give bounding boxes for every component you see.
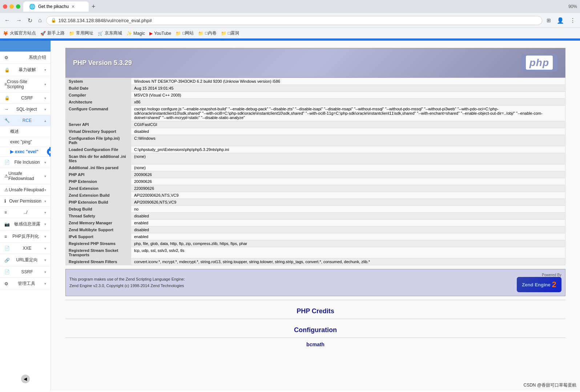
zend-text: Zend: [522, 282, 533, 287]
table-cell-value: (none): [131, 153, 565, 164]
bookmark-hidden[interactable]: 📁 □露洞: [221, 30, 239, 36]
table-row: Thread Safetydisabled: [66, 213, 565, 220]
table-cell-key: PHP API: [66, 171, 131, 178]
forward-btn[interactable]: →: [15, 16, 23, 25]
unsafe-download-icon: ⚠: [4, 173, 8, 179]
table-row: Server APICGI/FastCGI: [66, 121, 565, 128]
php-serial-chevron: ▾: [44, 234, 46, 238]
sidebar-item-unsafe-download[interactable]: ⚠ Unsafe Filedownload ▾: [0, 168, 51, 184]
sidebar-collapse-btn[interactable]: ◀: [21, 375, 30, 383]
table-row: Loaded Configuration FileC:\phpstudy_pro…: [66, 146, 565, 153]
table-cell-key: Registered Stream Socket Transports: [66, 247, 131, 258]
huli-label: 火狐官方站点: [10, 30, 36, 36]
table-row: Additional .ini files parsed(none): [66, 164, 565, 171]
unsafe-upload-chevron: ▾: [44, 188, 46, 192]
sidebar-item-xxe[interactable]: 📄 XXE ▾: [0, 243, 51, 254]
sidebar-item-sys-intro[interactable]: ⚙ 系统介绍: [0, 52, 51, 64]
sidebar-item-php-serial[interactable]: ≡ PHP反序列化 ▾: [0, 230, 51, 243]
browser-toolbar: ← → ↻ ⌂ 🔒 192.168.134.128:8848/vul/rce/r…: [0, 13, 580, 28]
sidebar-item-brute-force[interactable]: 🔒 暴力破解 ▾: [0, 64, 51, 76]
table-row: PHP API20090626: [66, 171, 565, 178]
bookmark-jd[interactable]: 🛒 京东商城: [98, 30, 122, 36]
sensitive-label: 敏感信息泄露: [14, 221, 40, 227]
sidebar-item-sql[interactable]: → SQL-Inject ▾: [0, 104, 51, 115]
table-cell-value: tcp, udp, ssl, sslv3, sslv2, tls: [131, 247, 565, 258]
section-divider-1: [65, 300, 565, 300]
table-row: Architecturex86: [66, 99, 565, 106]
sidebar-item-unsafe-upload[interactable]: ⚠ Unsafe Fileupload ▾: [0, 184, 51, 196]
table-row: Configure Commandcscript /nologo configu…: [66, 106, 565, 121]
sidebar-subitem-exec-ping[interactable]: exec "ping": [0, 137, 51, 147]
sidebar-item-url-redirect[interactable]: 🔗 URL重定向 ▾: [0, 254, 51, 266]
csrf-label: CSRF: [21, 95, 33, 101]
unsafe-upload-icon: ⚠: [4, 187, 8, 192]
bookmark-youtube[interactable]: ▶ YouTube: [149, 31, 171, 36]
common-icon: 📁: [69, 31, 74, 36]
sensitive-chevron: ▾: [44, 222, 46, 226]
over-permission-label: Over Permission: [9, 199, 41, 204]
rce-chevron: ▴: [44, 119, 46, 123]
xss-icon: ≡: [4, 82, 7, 87]
php-version-text: PHP Version 5.3.29: [73, 59, 132, 67]
table-cell-value: disabled: [131, 213, 565, 220]
bookmark-common[interactable]: 📁 常用网址: [69, 30, 93, 36]
close-window-btn[interactable]: [3, 4, 7, 9]
newbie-label: 新手上路: [47, 30, 65, 36]
huli-icon: 🦊: [3, 31, 8, 36]
table-row: Debug Buildno: [66, 206, 565, 213]
table-cell-key: Debug Build: [66, 206, 131, 213]
sidebar-item-rce[interactable]: 🔧 RCE ▴: [0, 115, 51, 126]
xxe-chevron: ▾: [44, 246, 46, 250]
browser-titlebar: 🌐 Get the pikachu × + 90%: [0, 0, 580, 13]
bookmark-huli[interactable]: 🦊 火狐官方站点: [3, 30, 36, 36]
browser-tab[interactable]: 🌐 Get the pikachu ×: [23, 1, 89, 12]
profile-btn[interactable]: 👤: [555, 16, 565, 25]
sidebar-item-sensitive[interactable]: 📷 敏感信息泄露 ▾: [0, 218, 51, 230]
bookmark-magic[interactable]: ✨ Magic: [126, 31, 145, 36]
sidebar-item-over-permission[interactable]: ℹ Over Permission ▾: [0, 196, 51, 207]
table-cell-key: Virtual Directory Support: [66, 128, 131, 135]
ssrf-label: SSRF: [21, 269, 33, 274]
table-cell-value: API20090626,NTS,VC9: [131, 199, 565, 206]
sidebar-subitem-overview[interactable]: 概述: [0, 126, 51, 137]
menu-btn[interactable]: ⋮: [568, 16, 577, 25]
php-header: PHP Version 5.3.29 php: [65, 48, 565, 78]
table-cell-value: MSVC9 (Visual C++ 2008): [131, 92, 565, 99]
back-btn[interactable]: ←: [3, 16, 12, 25]
sidebar-item-xss[interactable]: ≡ Cross-Site Scripting ▾: [0, 76, 51, 93]
table-cell-value: enabled: [131, 220, 565, 226]
over-permission-chevron: ▾: [44, 199, 46, 203]
minimize-window-btn[interactable]: [9, 4, 14, 9]
table-cell-value: disabled: [131, 128, 565, 135]
extensions-btn[interactable]: ⊞: [545, 16, 552, 25]
bookmark-website[interactable]: 📁 □网站: [176, 30, 194, 36]
section-divider-2: [65, 319, 565, 319]
table-cell-key: Server API: [66, 121, 131, 128]
unsafe-upload-label: Unsafe Fileupload: [9, 187, 44, 192]
reload-btn[interactable]: ↻: [26, 16, 34, 25]
admin-tools-icon: ⚙: [4, 281, 8, 286]
table-row: Zend Multibyte Supportdisabled: [66, 226, 565, 233]
address-bar[interactable]: 🔒 192.168.134.128:8848/vul/rce/rce_eval.…: [46, 16, 542, 25]
sidebar-item-admin-tools[interactable]: ⚙ 管理工具 ▾: [0, 278, 51, 290]
bookmark-newbie[interactable]: 🚀 新手上路: [40, 30, 65, 36]
over-permission-icon: ℹ: [4, 199, 6, 204]
sidebar-item-ssrf[interactable]: 📄 SSRF ▾: [0, 266, 51, 278]
new-tab-btn[interactable]: +: [92, 3, 96, 11]
table-cell-key: Registered Stream Filters: [66, 258, 131, 265]
table-cell-key: Compiler: [66, 92, 131, 99]
zend-version-num: 2: [552, 280, 556, 289]
tab-close-btn[interactable]: ×: [72, 4, 74, 9]
table-cell-key: Configure Command: [66, 106, 131, 121]
active-indicator: ▶: [47, 148, 51, 155]
admin-tools-chevron: ▾: [44, 282, 46, 286]
sidebar-item-dotdot[interactable]: ≡ ../ ▾: [0, 207, 51, 218]
sidebar-item-file-inclusion[interactable]: 📄 File Inclusion ▾: [0, 157, 51, 168]
home-btn[interactable]: ⌂: [37, 16, 43, 25]
sidebar-subitem-exec-evel[interactable]: ▶ exec "evel" ▶: [0, 147, 51, 157]
ssrf-chevron: ▾: [44, 270, 46, 274]
bookmark-neican[interactable]: 📁 □内卷: [198, 30, 216, 36]
engine-text: Engine: [535, 282, 550, 287]
sidebar-item-csrf[interactable]: 🔒 CSRF ▾: [0, 93, 51, 104]
maximize-window-btn[interactable]: [16, 4, 20, 9]
